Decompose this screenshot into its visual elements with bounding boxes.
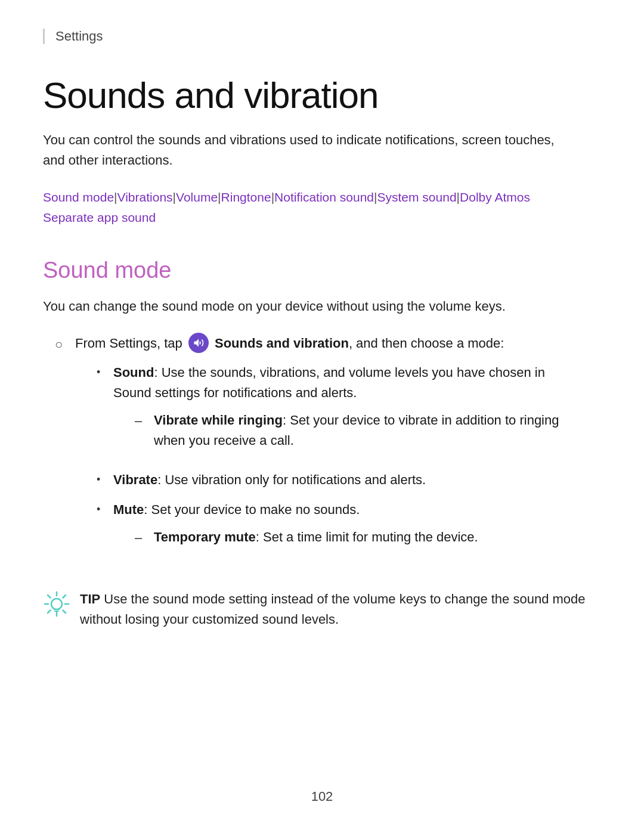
sound-description: Use the sounds, vibrations, and volume l… [113, 365, 545, 400]
list-item-vibrate: • Vibrate: Use vibration only for notifi… [97, 470, 576, 490]
list-item-temporary-mute: – Temporary mute: Set a time limit for m… [135, 527, 576, 548]
svg-line-5 [63, 610, 66, 613]
mute-description: Set your device to make no sounds. [147, 502, 360, 517]
nav-link-system-sound[interactable]: System sound [377, 190, 457, 204]
from-settings-prefix: From Settings, tap [75, 336, 186, 351]
svg-line-7 [48, 610, 51, 613]
nav-links: Sound mode|Vibrations|Volume|Ringtone|No… [43, 187, 592, 227]
tip-label: TIP [80, 592, 100, 606]
settings-label: Settings [55, 29, 103, 44]
vibrate-description: Use vibration only for notifications and… [161, 472, 426, 487]
svg-line-4 [48, 595, 51, 598]
sound-sub-list: – Vibrate while ringing: Set your device… [113, 410, 576, 451]
svg-point-8 [51, 599, 62, 609]
temporary-mute-text: Temporary mute: Set a time limit for mut… [154, 527, 576, 547]
bullet-dot-vibrate: • [97, 472, 106, 488]
vibrate-mode-text: Vibrate: Use vibration only for notifica… [113, 470, 576, 490]
bullet-dot-mute: • [97, 501, 106, 518]
intro-paragraph: You can control the sounds and vibration… [43, 130, 580, 171]
nav-link-dolby-atmos[interactable]: Dolby Atmos [460, 190, 530, 204]
page-number: 102 [311, 789, 333, 804]
tip-section: TIP Use the sound mode setting instead o… [43, 589, 592, 630]
breadcrumb: Settings [43, 29, 601, 44]
list-item-from-settings: ○ From Settings, tap Sounds and vibratio… [55, 333, 601, 568]
list-item-sound: • Sound: Use the sounds, vibrations, and… [97, 363, 576, 460]
content-area: ○ From Settings, tap Sounds and vibratio… [43, 333, 601, 568]
list-item-mute: • Mute: Set your device to make no sound… [97, 500, 576, 558]
bullet-circle: ○ [55, 335, 67, 355]
tip-description: Use the sound mode setting instead of th… [80, 592, 586, 627]
tip-text: TIP Use the sound mode setting instead o… [80, 589, 592, 630]
vibrate-ringing-text: Vibrate while ringing: Set your device t… [154, 410, 576, 451]
mute-label: Mute [113, 502, 144, 517]
page-title: Sounds and vibration [43, 75, 601, 116]
modes-list: • Sound: Use the sounds, vibrations, and… [75, 363, 576, 558]
svg-line-6 [63, 595, 66, 598]
nav-link-sound-mode[interactable]: Sound mode [43, 190, 114, 204]
section-description: You can change the sound mode on your de… [43, 296, 580, 317]
nav-link-separate-app-sound[interactable]: Separate app sound [43, 210, 156, 224]
nav-link-notification-sound[interactable]: Notification sound [274, 190, 374, 204]
from-settings-suffix: , and then choose a mode: [349, 336, 504, 351]
bullet-dot-sound: • [97, 364, 106, 381]
dash-temporary-mute: – [135, 528, 147, 548]
nav-link-volume[interactable]: Volume [176, 190, 218, 204]
sounds-vibration-app-name: Sounds and vibration [215, 336, 349, 351]
dash-vibrate-ringing: – [135, 411, 147, 431]
sounds-vibration-icon [188, 333, 209, 353]
mute-sub-list: – Temporary mute: Set a time limit for m… [113, 527, 576, 548]
from-settings-text: From Settings, tap Sounds and vibration,… [75, 333, 576, 568]
temporary-mute-description: Set a time limit for muting the device. [259, 529, 478, 544]
nav-link-ringtone[interactable]: Ringtone [221, 190, 271, 204]
nav-link-vibrations[interactable]: Vibrations [117, 190, 173, 204]
mute-mode-text: Mute: Set your device to make no sounds.… [113, 500, 576, 558]
tip-icon [43, 590, 70, 618]
sound-mode-text: Sound: Use the sounds, vibrations, and v… [113, 363, 576, 460]
temporary-mute-label: Temporary mute [154, 529, 256, 544]
list-item-vibrate-while-ringing: – Vibrate while ringing: Set your device… [135, 410, 576, 451]
sound-label: Sound [113, 365, 154, 380]
section-heading-sound-mode: Sound mode [43, 258, 601, 283]
vibrate-label: Vibrate [113, 472, 157, 487]
vibrate-ringing-label: Vibrate while ringing [154, 413, 283, 428]
